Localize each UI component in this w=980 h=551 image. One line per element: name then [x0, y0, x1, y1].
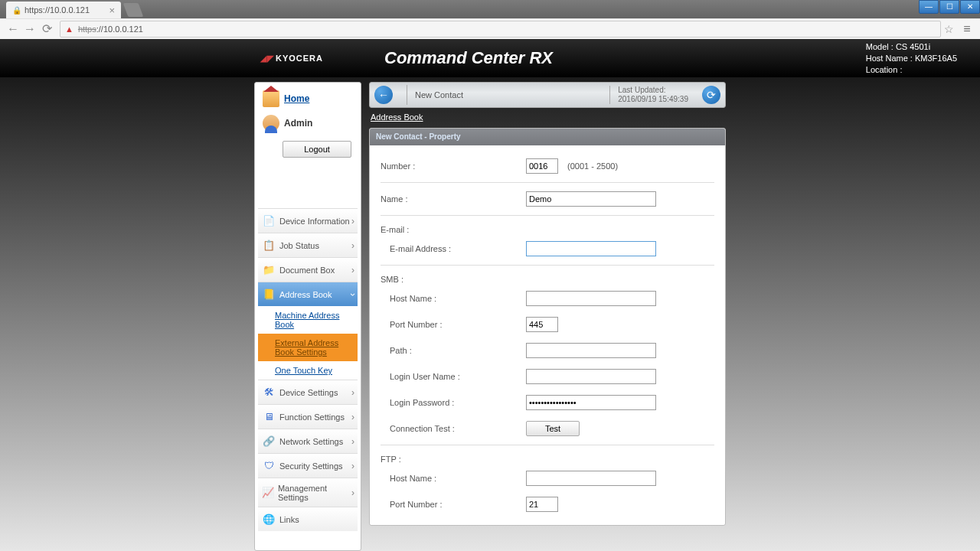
email-input[interactable]: [526, 241, 656, 256]
menu-icon[interactable]: ≡: [959, 21, 975, 37]
number-label: Number :: [381, 161, 526, 171]
ftp-section: FTP :: [381, 448, 714, 465]
tab-close-icon[interactable]: ×: [109, 5, 115, 16]
chevron-right-icon: ›: [351, 487, 354, 498]
smb-hostname-label: Host Name :: [381, 294, 526, 303]
chevron-right-icon: ›: [351, 387, 354, 398]
nav-function-settings[interactable]: 🖥 Function Settings›: [258, 404, 358, 429]
home-icon: [263, 90, 279, 107]
refresh-button[interactable]: ⟳: [702, 86, 720, 104]
breadcrumb[interactable]: Address Book: [371, 112, 423, 122]
smb-password-input[interactable]: [526, 395, 656, 410]
home-link[interactable]: Home: [258, 87, 358, 110]
nav-links[interactable]: 🌐 Links: [258, 507, 358, 531]
chevron-right-icon: ›: [351, 265, 354, 276]
logout-button[interactable]: Logout: [283, 141, 351, 158]
minimize-button[interactable]: —: [919, 0, 939, 14]
number-range: (0001 - 2500): [567, 161, 618, 171]
conn-test-label: Connection Test :: [381, 424, 526, 433]
tab-strip: 🔒 https://10.0.0.121 ×: [0, 0, 980, 18]
smb-path-input[interactable]: [526, 343, 656, 358]
lock-icon: 🔒: [12, 6, 21, 15]
address-bar: ← → ⟳ ▲ https://10.0.0.121 ☆ ≡: [0, 18, 980, 39]
back-button[interactable]: ←: [5, 21, 21, 37]
email-section: E-mail :: [381, 219, 714, 236]
forward-button[interactable]: →: [21, 21, 38, 37]
form-panel: New Contact - Property Number : (0001 - …: [369, 128, 726, 526]
sidebar: Home Admin Logout 📄 Device Information› …: [254, 82, 361, 551]
new-tab-button[interactable]: [123, 3, 144, 17]
bookmark-icon[interactable]: ☆: [944, 23, 954, 35]
smb-section: SMB :: [381, 269, 714, 285]
page-title: New Contact: [415, 90, 609, 99]
chevron-right-icon: ›: [351, 412, 354, 422]
titlebar-back-button[interactable]: ←: [374, 86, 393, 104]
name-input[interactable]: [526, 191, 656, 207]
device-info: Model : CS 4501i Host Name : KM3F16A5 Lo…: [866, 41, 957, 76]
device-info-icon: 📄: [261, 214, 276, 228]
smb-user-input[interactable]: [526, 369, 656, 384]
insecure-icon: ▲: [65, 24, 74, 34]
job-status-icon: 📋: [261, 239, 276, 253]
nav-device-settings[interactable]: 🛠 Device Settings›: [258, 380, 358, 404]
ftp-port-input[interactable]: [526, 497, 558, 512]
address-book-icon: 📒: [261, 288, 276, 302]
test-button[interactable]: Test: [526, 421, 580, 436]
chevron-right-icon: ›: [351, 216, 354, 227]
security-settings-icon: 🛡: [261, 459, 276, 473]
kyocera-logo: ◢◤KYOCERA: [260, 54, 323, 64]
page-titlebar: ← New Contact Last Updated: 2016/09/19 1…: [369, 82, 726, 108]
product-title: Command Center RX: [384, 48, 553, 68]
nav-network-settings[interactable]: 🔗 Network Settings›: [258, 429, 358, 453]
subnav-machine-address-book[interactable]: Machine Address Book: [258, 306, 358, 334]
user-icon: [263, 115, 279, 132]
browser-tab[interactable]: 🔒 https://10.0.0.121 ×: [6, 2, 121, 18]
panel-header: New Contact - Property: [370, 129, 725, 145]
last-updated: Last Updated: 2016/09/19 15:49:39: [609, 86, 696, 104]
smb-hostname-input[interactable]: [526, 291, 656, 306]
ftp-hostname-input[interactable]: [526, 471, 656, 486]
subnav-one-touch-key[interactable]: One Touch Key: [258, 361, 358, 380]
device-settings-icon: 🛠: [261, 386, 276, 399]
url-host: ://10.0.0.121: [96, 24, 143, 34]
maximize-button[interactable]: ☐: [939, 0, 959, 14]
chevron-down-icon: ›: [348, 293, 358, 296]
admin-row: Admin: [258, 110, 358, 136]
function-settings-icon: 🖥: [261, 410, 276, 424]
network-settings-icon: 🔗: [261, 435, 276, 448]
smb-user-label: Login User Name :: [381, 372, 526, 381]
smb-path-label: Path :: [381, 346, 526, 355]
nav-security-settings[interactable]: 🛡 Security Settings›: [258, 453, 358, 478]
smb-port-label: Port Number :: [381, 320, 526, 329]
number-input[interactable]: [526, 158, 558, 174]
document-box-icon: 📁: [261, 263, 276, 277]
main: ← New Contact Last Updated: 2016/09/19 1…: [369, 82, 726, 551]
nav-job-status[interactable]: 📋 Job Status›: [258, 233, 358, 257]
smb-password-label: Login Password :: [381, 398, 526, 407]
chevron-right-icon: ›: [351, 240, 354, 251]
tab-title: https://10.0.0.121: [24, 5, 109, 15]
reload-button[interactable]: ⟳: [38, 21, 55, 37]
nav-document-box[interactable]: 📁 Document Box›: [258, 257, 358, 282]
smb-port-input[interactable]: [526, 317, 558, 332]
chevron-right-icon: ›: [351, 461, 354, 471]
chevron-right-icon: ›: [351, 436, 354, 447]
ftp-hostname-label: Host Name :: [381, 474, 526, 483]
management-settings-icon: 📈: [261, 486, 275, 500]
window-controls: — ☐ ✕: [918, 0, 980, 14]
nav-device-information[interactable]: 📄 Device Information›: [258, 208, 358, 233]
links-icon: 🌐: [261, 513, 276, 527]
ftp-port-label: Port Number :: [381, 500, 526, 509]
address-book-submenu: Machine Address Book External Address Bo…: [258, 306, 358, 380]
url-input[interactable]: ▲ https://10.0.0.121: [60, 21, 941, 37]
nav-address-book[interactable]: 📒 Address Book›: [258, 282, 358, 306]
name-label: Name :: [381, 194, 526, 204]
subnav-external-address-book[interactable]: External Address Book Settings: [258, 334, 358, 361]
browser-chrome: — ☐ ✕ 🔒 https://10.0.0.121 × ← → ⟳ ▲ htt…: [0, 0, 980, 39]
url-protocol: https: [78, 24, 96, 34]
brand-header: ◢◤KYOCERA Command Center RX Model : CS 4…: [0, 39, 980, 77]
close-button[interactable]: ✕: [960, 0, 980, 14]
email-label: E-mail Address :: [381, 244, 526, 253]
nav-management-settings[interactable]: 📈 Management Settings›: [258, 478, 358, 507]
body: Home Admin Logout 📄 Device Information› …: [0, 77, 980, 551]
